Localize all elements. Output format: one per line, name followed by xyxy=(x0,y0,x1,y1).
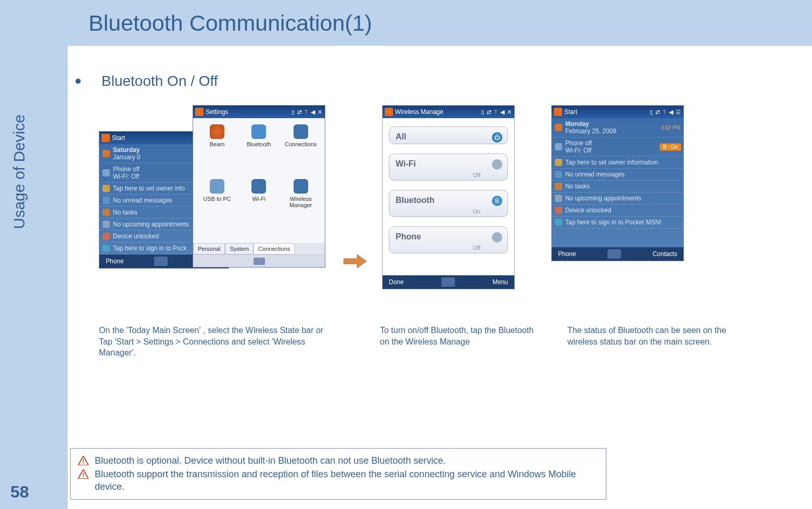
shot3-date-row: Monday February 25, 2008 3:02 PM xyxy=(552,118,683,137)
wm-wifi-label: Wi-Fi xyxy=(396,159,416,168)
settings-item-wireless-manager[interactable]: Wireless Manager xyxy=(280,179,322,233)
keyboard-icon[interactable] xyxy=(253,258,265,265)
wm-phone-button[interactable]: Phone Off xyxy=(389,226,508,253)
msgs-text: No unread messages xyxy=(113,197,172,204)
shot3-msgs-row: No unread messages xyxy=(552,169,683,181)
msn-icon xyxy=(103,245,110,252)
start-flag-icon xyxy=(102,134,110,142)
softkey-menu[interactable]: Menu xyxy=(492,278,508,286)
sip-icon[interactable] xyxy=(607,249,621,259)
shot3-softbar: Phone Contacts xyxy=(552,247,683,261)
wm-all-button[interactable]: All ⏻ xyxy=(389,126,508,144)
tab-personal[interactable]: Personal xyxy=(193,243,225,254)
bluetooth-icon xyxy=(251,124,266,139)
shot3-appts-row: No upcoming appointments xyxy=(552,193,683,205)
tab-connections[interactable]: Connections xyxy=(253,243,295,254)
sip-icon[interactable] xyxy=(441,277,455,287)
power-icon: ⏻ xyxy=(492,132,502,143)
shot3-date: February 25, 2008 xyxy=(565,128,616,135)
arrow-icon xyxy=(344,254,366,268)
warning-box: ! Bluetooth is optional. Device without … xyxy=(70,448,606,500)
svg-text:!: ! xyxy=(82,472,84,479)
today-day: Saturday xyxy=(113,146,139,154)
owner-icon xyxy=(555,159,562,166)
phone-icon xyxy=(555,143,562,150)
settings-item-connections[interactable]: Connections xyxy=(280,124,322,172)
start-flag-icon xyxy=(385,108,393,116)
softkey-done[interactable]: Done xyxy=(389,278,404,286)
caption-3: The status of Bluetooth can be seen on t… xyxy=(567,325,739,359)
wifi-status: Wi-Fi: Off xyxy=(113,173,139,180)
warning-1: ! Bluetooth is optional. Device without … xyxy=(78,455,599,467)
phone-icon xyxy=(103,169,110,176)
shot3-msn-row: Tap here to sign in to Pocket MSN! xyxy=(552,217,683,228)
shot3-phone: Phone off xyxy=(565,139,592,147)
wm-all-label: All xyxy=(396,132,406,141)
today-screen-bt-on: Start ▯ ⇄ ⍑ ◀ ☰ Monday February 25, 2008… xyxy=(551,105,684,261)
settings-item-usb[interactable]: USB to PC xyxy=(196,179,238,233)
captions: On the 'Today Main Screen' , select the … xyxy=(68,325,807,359)
lock-icon xyxy=(103,233,110,240)
wm-phone-label: Phone xyxy=(396,232,421,241)
settings-item-wifi[interactable]: Wi-Fi xyxy=(238,179,280,233)
tasks-icon xyxy=(103,209,110,216)
usb-label: USB to PC xyxy=(204,196,231,202)
warning-2-text: Bluetooth support the transmission and r… xyxy=(95,468,599,493)
clock-icon xyxy=(555,124,562,131)
screenshots-row: Start ▯ ⇄ Saturday January 0 Pho xyxy=(68,105,807,313)
wm-wifi-button[interactable]: Wi-Fi Off xyxy=(389,154,508,181)
shot3-msn: Tap here to sign in to Pocket MSN! xyxy=(565,219,662,226)
wm-bluetooth-button[interactable]: Bluetooth B On xyxy=(389,190,508,217)
start-flag-icon xyxy=(195,108,204,116)
sip-bar xyxy=(193,254,325,267)
settings-window: Settings ▯ ⇄ ⍑ ◀ ✕ Beam Bluetooth Connec… xyxy=(193,105,325,268)
beam-label: Beam xyxy=(210,141,225,147)
wifi-icon xyxy=(251,179,266,194)
wm-softbar: Done Menu xyxy=(383,275,514,289)
beam-icon xyxy=(210,124,224,139)
wifi-label: Wi-Fi xyxy=(252,196,266,202)
sip-icon[interactable] xyxy=(154,257,168,266)
shot3-owner: Tap here to set owner information xyxy=(565,159,658,166)
bluetooth-status-icon: B xyxy=(492,196,502,206)
tab-system[interactable]: System xyxy=(225,243,253,254)
settings-grid: Beam Bluetooth Connections USB to PC xyxy=(193,118,325,243)
warning-1-text: Bluetooth is optional. Device without bu… xyxy=(95,455,446,467)
warning-icon: ! xyxy=(78,456,88,467)
usb-icon xyxy=(210,179,224,194)
settings-item-beam[interactable]: Beam xyxy=(196,124,238,172)
warning-2: ! Bluetooth support the transmission and… xyxy=(78,468,599,493)
msn-icon xyxy=(555,219,562,226)
softkey-phone[interactable]: Phone xyxy=(106,258,124,265)
owner-text: Tap here to set owner info xyxy=(113,185,185,192)
shot3-wifi: Wi-Fi: Off xyxy=(565,147,591,154)
appts-text: No upcoming appointments xyxy=(113,221,189,228)
connections-label: Connections xyxy=(285,141,316,147)
clock-icon xyxy=(103,150,110,157)
shot3-msgs: No unread messages xyxy=(565,171,625,178)
shot3-tasks: No tasks xyxy=(565,183,590,190)
settings-titlebar: Settings ▯ ⇄ ⍑ ◀ ✕ xyxy=(193,106,325,118)
wm-bt-label: Bluetooth xyxy=(396,196,435,205)
calendar-icon xyxy=(103,221,110,228)
status-icons: ▯ ⇄ ⍑ ◀ ✕ xyxy=(291,109,323,116)
phone-status-icon xyxy=(492,232,502,243)
softkey-phone[interactable]: Phone xyxy=(558,250,576,258)
wm-bt-status: On xyxy=(396,208,501,214)
phone-status: Phone off xyxy=(113,166,139,173)
settings-title: Settings xyxy=(206,108,228,116)
side-label: Usage of Device xyxy=(10,114,28,229)
settings-tabs: Personal System Connections xyxy=(193,243,325,254)
shot3-title: Start xyxy=(564,108,577,116)
settings-item-bluetooth[interactable]: Bluetooth xyxy=(238,124,280,172)
wireless-label: Wireless Manager xyxy=(289,196,312,208)
page-number: 58 xyxy=(10,482,29,502)
softkey-contacts[interactable]: Contacts xyxy=(653,250,677,258)
calendar-icon xyxy=(555,195,562,202)
mail-icon xyxy=(103,197,110,204)
slide-title: Bluetooth Communication(1) xyxy=(88,10,372,36)
body: Bluetooth On / Off Start ▯ ⇄ Saturday Ja… xyxy=(68,52,807,359)
wm-wifi-status: Off xyxy=(396,172,501,178)
mail-icon xyxy=(555,171,562,178)
wireless-manager-icon xyxy=(294,179,308,194)
